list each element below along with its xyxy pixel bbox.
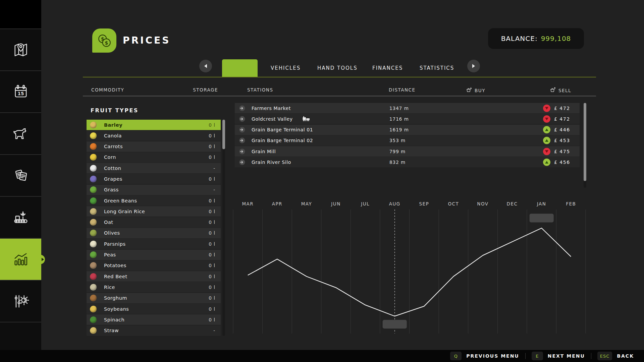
shortcut-next-menu[interactable]: ENEXT MENU <box>532 352 585 360</box>
station-row-goldcrest-valley[interactable]: Goldcrest Valley 1716 m£ 472 <box>235 114 580 124</box>
commodity-label: Sorghum <box>104 295 209 301</box>
sidebar-item-calendar[interactable]: 15 <box>0 71 41 113</box>
chart-month-label: SEP <box>419 201 429 206</box>
station-row-farmers-market[interactable]: Farmers Market1347 m£ 472 <box>235 103 580 113</box>
commodity-storage-value: - <box>213 187 215 192</box>
keycap-q: Q <box>450 352 462 360</box>
tab-finances[interactable]: FINANCES <box>372 59 403 77</box>
peas-icon <box>90 251 97 258</box>
rice-icon <box>90 284 97 291</box>
tabs-prev-button[interactable] <box>199 60 212 72</box>
commodity-storage-value: 0 l <box>209 263 215 268</box>
shortcut-label: PREVIOUS MENU <box>466 353 519 359</box>
tabs-next-button[interactable] <box>467 60 480 72</box>
chart-month-label: NOV <box>477 201 488 206</box>
station-name: Grain Barge Terminal 01 <box>252 127 313 132</box>
commodity-row-parsnips[interactable]: Parsnips0 l <box>87 239 221 249</box>
commodity-row-soybeans[interactable]: Soybeans0 l <box>87 304 221 314</box>
commodity-row-carrots[interactable]: Carrots0 l <box>87 141 221 152</box>
chart-month-label: FEB <box>566 201 576 206</box>
tab-hand-tools[interactable]: HAND TOOLS <box>317 59 358 77</box>
commodity-row-spinach[interactable]: Spinach0 l <box>87 314 221 325</box>
tab-prices-active[interactable] <box>222 59 258 77</box>
column-header-buy: BUY <box>466 87 485 94</box>
commodity-row-long-grain-rice[interactable]: Long Grain Rice0 l <box>87 206 221 217</box>
commodity-storage-value: 0 l <box>209 241 215 247</box>
shortcut-label: NEXT MENU <box>548 353 585 359</box>
commodity-row-grapes[interactable]: Grapes0 l <box>87 174 221 184</box>
commodity-storage-value: 0 l <box>209 306 215 312</box>
commodity-label: Carrots <box>104 144 209 149</box>
price-trend-up-icon <box>543 137 550 144</box>
commodity-label: Green Beans <box>104 198 209 203</box>
soybeans-icon <box>90 306 97 312</box>
commodity-label: Oat <box>104 220 209 225</box>
parsnip-icon <box>90 241 97 247</box>
commodity-row-olives[interactable]: Olives0 l <box>87 228 221 238</box>
barley-icon <box>90 122 97 128</box>
sliders-gear-icon <box>12 292 30 310</box>
station-row-grain-barge-terminal-02[interactable]: Grain Barge Terminal 02353 m£ 453 <box>235 135 580 146</box>
commodity-row-grass[interactable]: Grass- <box>87 185 221 195</box>
station-row-grain-river-silo[interactable]: Grain River Silo832 m£ 456 <box>235 157 580 167</box>
commodity-row-peas[interactable]: Peas0 l <box>87 250 221 260</box>
station-row-grain-mill[interactable]: Grain Mill799 m£ 475 <box>235 146 580 157</box>
chart-month-label: APR <box>272 201 282 206</box>
sidebar-item-production[interactable] <box>0 197 41 239</box>
chevron-right-icon <box>472 64 475 68</box>
commodity-row-straw[interactable]: Straw- <box>87 325 221 336</box>
commodity-row-corn[interactable]: Corn0 l <box>87 152 221 163</box>
footer-shortcut-bar: QPREVIOUS MENUENEXT MENUESCBACK <box>0 350 644 362</box>
commodity-row-barley[interactable]: Barley0 l <box>87 120 221 130</box>
station-hotspot-icon <box>239 126 246 133</box>
conveyor-icon <box>12 208 30 227</box>
commodity-storage-value: - <box>213 166 215 171</box>
commodity-row-oat[interactable]: Oat0 l <box>87 217 221 228</box>
commodity-label: Canola <box>104 133 209 138</box>
stations-scrollbar-thumb[interactable] <box>584 103 586 181</box>
shortcut-label: BACK <box>617 353 634 359</box>
chart-month-label: OCT <box>448 201 459 206</box>
documents-icon <box>12 167 30 185</box>
sidebar-item-settings[interactable] <box>0 281 41 322</box>
chart-month-label: JAN <box>537 201 546 206</box>
commodity-label: Cotton <box>104 166 213 171</box>
canola-icon <box>90 132 97 139</box>
commodity-scrollbar-track[interactable] <box>222 120 225 336</box>
commodity-label: Parsnips <box>104 241 209 247</box>
sidebar-item-map[interactable] <box>0 29 41 71</box>
commodity-row-cotton[interactable]: Cotton- <box>87 163 221 173</box>
chart-month-label: JUN <box>331 201 340 206</box>
sidebar-item-statistics[interactable] <box>0 239 41 281</box>
sidebar: 15 <box>0 0 41 350</box>
station-hotspot-icon <box>239 116 246 122</box>
sidebar-item-contracts[interactable] <box>0 155 41 197</box>
column-header-commodity: COMMODITY <box>91 87 124 93</box>
commodity-row-sorghum[interactable]: Sorghum0 l <box>87 293 221 303</box>
chart-max-label-box <box>530 214 554 223</box>
grapes-icon <box>90 176 97 182</box>
shortcut-back[interactable]: ESCBACK <box>597 352 634 360</box>
commodity-label: Barley <box>104 122 209 128</box>
basket-arrow-up-icon <box>550 87 556 94</box>
sidebar-item-animals[interactable] <box>0 113 41 155</box>
tab-statistics[interactable]: STATISTICS <box>420 59 454 77</box>
commodity-row-rice[interactable]: Rice0 l <box>87 282 221 292</box>
commodity-row-green-beans[interactable]: Green Beans0 l <box>87 195 221 206</box>
commodity-scrollbar-thumb[interactable] <box>222 120 225 149</box>
station-sell-price: £ 475 <box>554 149 570 154</box>
commodity-row-potatoes[interactable]: Potatoes0 l <box>87 260 221 271</box>
commodity-row-canola[interactable]: Canola0 l <box>87 130 221 141</box>
commodity-storage-value: 0 l <box>209 230 215 236</box>
balance-label: BALANCE: <box>501 35 538 43</box>
stations-scrollbar-track[interactable] <box>584 103 586 188</box>
potato-icon <box>90 262 97 269</box>
commodity-storage-value: 0 l <box>209 122 215 128</box>
chart-month-label: JUL <box>361 201 370 206</box>
commodity-row-red-beet[interactable]: Red Beet0 l <box>87 271 221 282</box>
station-distance: 353 m <box>389 138 406 143</box>
tab-vehicles[interactable]: VEHICLES <box>271 59 301 77</box>
station-row-grain-barge-terminal-01[interactable]: Grain Barge Terminal 011619 m£ 446 <box>235 125 580 135</box>
shortcut-previous-menu[interactable]: QPREVIOUS MENU <box>450 352 519 360</box>
footer-divider <box>591 353 591 359</box>
